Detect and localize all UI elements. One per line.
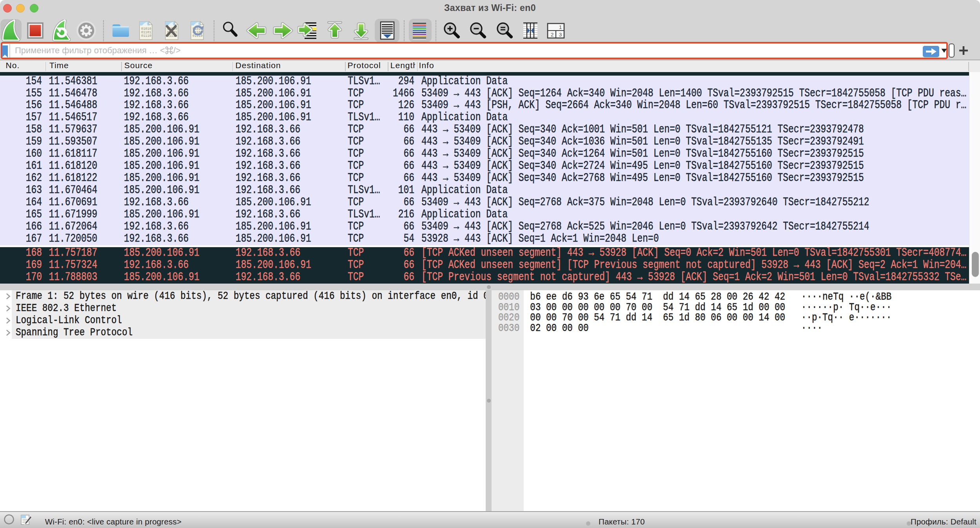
svg-text:2: 2 — [551, 32, 554, 38]
svg-text:1: 1 — [559, 24, 562, 30]
svg-text:3: 3 — [559, 32, 562, 38]
svg-text:01110: 01110 — [141, 34, 151, 38]
